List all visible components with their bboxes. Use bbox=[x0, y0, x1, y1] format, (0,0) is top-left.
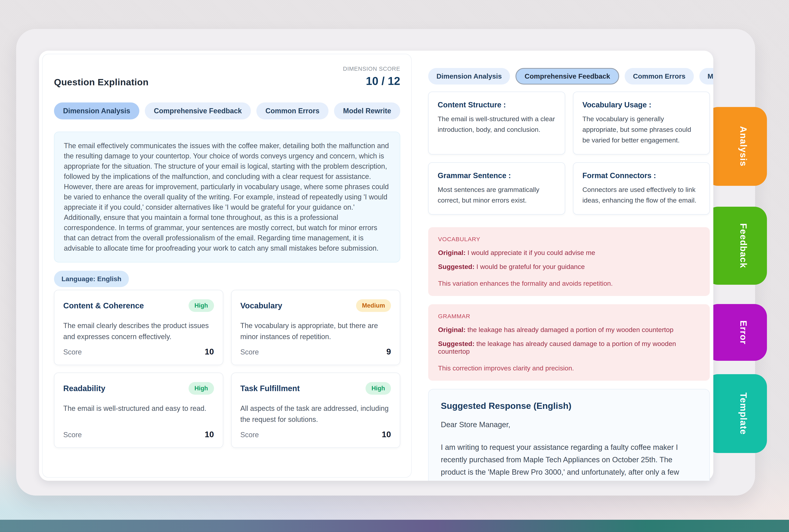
tab-model-rewrite[interactable]: Model Rewrite bbox=[334, 102, 400, 119]
correction-card-grammar: GRAMMAR Original: the leakage has alread… bbox=[428, 304, 710, 381]
side-tab-template[interactable]: Template bbox=[706, 374, 767, 453]
correction-suggested: Suggested: the leakage has already cause… bbox=[438, 340, 700, 355]
tab-label: Model Rewrite bbox=[343, 107, 391, 115]
tab-label: Common Errors bbox=[265, 107, 320, 115]
suggested-label: Suggested: bbox=[438, 340, 475, 347]
tab-dimension-analysis[interactable]: Dimension Analysis bbox=[428, 68, 510, 84]
side-tab-analysis[interactable]: Analysis bbox=[706, 107, 767, 186]
feedback-card-title: Format Connectors : bbox=[582, 171, 700, 180]
score-label: Score bbox=[240, 431, 259, 439]
feedback-card-format-connectors: Format Connectors : Connectors are used … bbox=[573, 163, 710, 214]
dimension-card-description: The vocabulary is appropriate, but there… bbox=[240, 320, 391, 342]
tab-label: Comprehensive Feedback bbox=[154, 107, 242, 115]
side-tab-analysis-label: Analysis bbox=[724, 126, 749, 167]
suggested-response-salutation: Dear Store Manager, bbox=[441, 420, 697, 429]
suggested-text: I would be grateful for your guidance bbox=[475, 263, 585, 270]
dimension-card-description: The email is well-structured and easy to… bbox=[63, 403, 214, 414]
dimension-score-label: DIMENSION SCORE bbox=[343, 65, 400, 72]
feedback-card-vocabulary-usage: Vocabulary Usage : The vocabulary is gen… bbox=[573, 92, 710, 154]
tab-label: Dimension Analysis bbox=[63, 107, 130, 115]
correction-original: Original: I would appreciate it if you c… bbox=[438, 249, 700, 256]
correction-note: This variation enhances the formality an… bbox=[438, 280, 700, 287]
tab-common-errors[interactable]: Common Errors bbox=[625, 68, 694, 84]
dimension-card-content-coherence: Content & Coherence High The email clear… bbox=[54, 290, 223, 365]
suggested-response-body: I am writing to request your assistance … bbox=[441, 441, 697, 481]
level-badge: Medium bbox=[356, 299, 391, 312]
side-tab-error[interactable]: Error bbox=[706, 304, 767, 361]
tab-dimension-analysis[interactable]: Dimension Analysis bbox=[54, 102, 139, 119]
original-label: Original: bbox=[438, 326, 466, 334]
left-panel-header: Question Explination DIMENSION SCORE 10 … bbox=[54, 65, 400, 88]
original-text: I would appreciate it if you could advis… bbox=[466, 249, 595, 256]
side-tab-template-label: Template bbox=[724, 393, 749, 435]
score-label: Score bbox=[240, 348, 259, 356]
side-tab-feedback-label: Feedback bbox=[724, 223, 749, 268]
dimension-card-description: All aspects of the task are addressed, i… bbox=[240, 403, 391, 425]
feedback-card-title: Vocabulary Usage : bbox=[582, 101, 700, 109]
tab-comprehensive-feedback[interactable]: Comprehensive Feedback bbox=[516, 68, 619, 84]
desktop-background: Analysis Feedback Error Template Questio… bbox=[0, 0, 789, 532]
language-badge: Language: English bbox=[54, 271, 129, 287]
score-value: 10 bbox=[205, 430, 214, 439]
correction-category: VOCABULARY bbox=[438, 236, 700, 243]
dimension-card-readability: Readability High The email is well-struc… bbox=[54, 373, 223, 448]
dimension-cards-grid: Content & Coherence High The email clear… bbox=[54, 290, 400, 448]
feedback-card-text: Connectors are used effectively to link … bbox=[582, 184, 700, 206]
feedback-card-text: The email is well-structured with a clea… bbox=[438, 114, 556, 135]
bottom-gradient-band bbox=[0, 520, 789, 532]
score-value: 9 bbox=[386, 347, 391, 357]
page-title: Question Explination bbox=[54, 77, 149, 88]
dimension-card-task-fulfillment: Task Fulfillment High All aspects of the… bbox=[231, 373, 400, 448]
side-tab-feedback[interactable]: Feedback bbox=[706, 207, 767, 285]
level-badge: High bbox=[366, 382, 391, 395]
score-label: Score bbox=[63, 348, 82, 356]
feedback-card-grammar-sentence: Grammar Sentence : Most sentences are gr… bbox=[428, 163, 565, 214]
feedback-card-text: The vocabulary is generally appropriate,… bbox=[582, 114, 700, 146]
correction-original: Original: the leakage has already damage… bbox=[438, 326, 700, 334]
correction-suggested: Suggested: I would be grateful for your … bbox=[438, 263, 700, 270]
suggested-label: Suggested: bbox=[438, 263, 475, 270]
suggested-response-title: Suggested Response (English) bbox=[441, 401, 697, 411]
dimension-card-title: Content & Coherence bbox=[63, 301, 144, 310]
level-badge: High bbox=[189, 299, 214, 312]
level-badge: High bbox=[189, 382, 214, 395]
comprehensive-feedback-panel: Dimension Analysis Comprehensive Feedbac… bbox=[415, 51, 713, 481]
dimension-card-description: The email clearly describes the product … bbox=[63, 320, 214, 342]
left-tab-row: Dimension Analysis Comprehensive Feedbac… bbox=[54, 102, 400, 119]
feedback-card-content-structure: Content Structure : The email is well-st… bbox=[428, 92, 565, 154]
feedback-cards-grid: Content Structure : The email is well-st… bbox=[428, 92, 710, 214]
dimension-card-vocabulary: Vocabulary Medium The vocabulary is appr… bbox=[231, 290, 400, 365]
correction-category: GRAMMAR bbox=[438, 313, 700, 320]
tab-label: Common Errors bbox=[633, 72, 685, 80]
original-label: Original: bbox=[438, 249, 466, 256]
score-value: 10 bbox=[382, 430, 391, 439]
tab-common-errors[interactable]: Common Errors bbox=[256, 102, 328, 119]
tab-label: Model Rewrite bbox=[708, 72, 713, 80]
tab-model-rewrite[interactable]: Model Rewrite bbox=[699, 68, 713, 84]
score-label: Score bbox=[63, 431, 82, 439]
tab-label: Comprehensive Feedback bbox=[524, 72, 610, 80]
dimension-score-value: 10 / 12 bbox=[343, 75, 400, 88]
suggested-response-card: Suggested Response (English) Dear Store … bbox=[428, 389, 710, 481]
dimension-card-title: Readability bbox=[63, 384, 105, 393]
dimension-analysis-text: The email effectively communicates the i… bbox=[54, 132, 400, 263]
question-explanation-panel: Question Explination DIMENSION SCORE 10 … bbox=[42, 54, 412, 478]
right-tab-row: Dimension Analysis Comprehensive Feedbac… bbox=[428, 68, 710, 84]
feedback-card-title: Grammar Sentence : bbox=[438, 171, 556, 180]
app-container: Analysis Feedback Error Template Questio… bbox=[16, 29, 755, 496]
correction-note: This correction improves clarity and pre… bbox=[438, 364, 700, 372]
side-tab-strip: Analysis Feedback Error Template bbox=[706, 29, 767, 496]
dimension-card-title: Task Fulfillment bbox=[240, 384, 300, 393]
tab-comprehensive-feedback[interactable]: Comprehensive Feedback bbox=[145, 102, 251, 119]
feedback-card-text: Most sentences are grammatically correct… bbox=[438, 184, 556, 206]
tab-label: Dimension Analysis bbox=[437, 72, 502, 80]
score-value: 10 bbox=[205, 347, 214, 357]
side-tab-error-label: Error bbox=[724, 320, 749, 344]
original-text: the leakage has already damaged a portio… bbox=[466, 326, 674, 334]
feedback-card-title: Content Structure : bbox=[438, 101, 556, 109]
correction-card-vocabulary: VOCABULARY Original: I would appreciate … bbox=[428, 227, 710, 296]
dimension-score-block: DIMENSION SCORE 10 / 12 bbox=[343, 65, 400, 88]
dimension-card-title: Vocabulary bbox=[240, 301, 282, 310]
main-card: Question Explination DIMENSION SCORE 10 … bbox=[39, 51, 713, 481]
